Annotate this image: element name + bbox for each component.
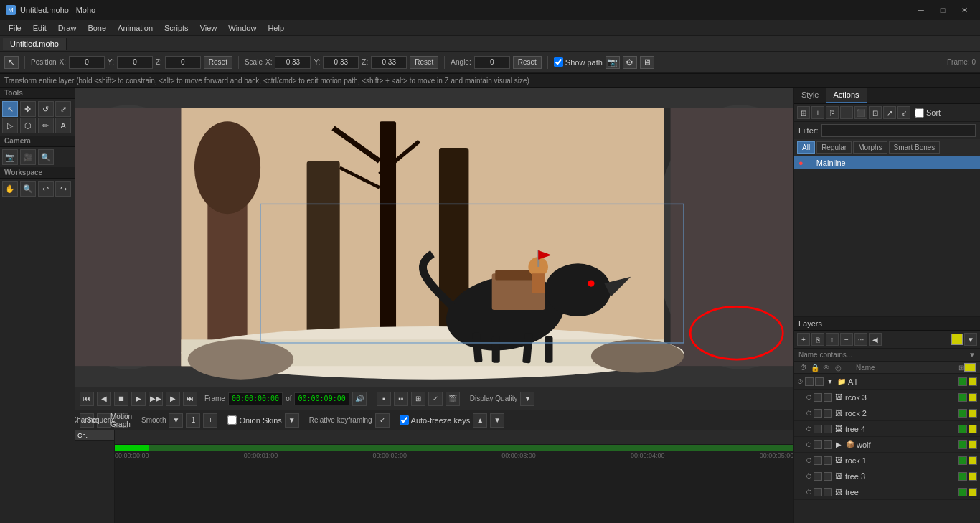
layer-row-rock1[interactable]: ⏱ 🖼 rock 1 [794,453,980,468]
tab-actions[interactable]: Actions [826,88,866,103]
tab-style[interactable]: Style [794,88,826,103]
onion-skin-checkbox[interactable]: Onion Skins [227,415,281,425]
redo-btn[interactable]: ↪ [55,181,71,197]
reset2-button[interactable]: Reset [410,56,438,69]
bone-tab-smart[interactable]: Smart Bones [889,141,941,154]
layer-expand-0[interactable]: ▼ [825,377,835,387]
angle-input[interactable] [474,56,510,69]
stop-button[interactable]: ⏹ [114,392,128,406]
layer-color-indicator[interactable] [951,334,963,345]
action-btn1[interactable]: ⊞ [797,106,810,119]
show-path-checkbox[interactable]: Show path [554,57,603,67]
view-btn3[interactable]: ⊞ [411,392,425,406]
autofreeze-checkbox[interactable]: Auto-freeze keys [400,415,471,425]
settings-icon-btn[interactable]: ⚙ [623,56,637,69]
smooth-num[interactable]: 1 [186,413,200,428]
play-tool[interactable]: ▷ [2,118,18,133]
smooth-add[interactable]: + [203,413,217,428]
sort-icon[interactable]: ▼ [969,351,976,359]
hand-tool[interactable]: ✋ [2,181,18,197]
layer-row-tree4[interactable]: ⏱ 🖼 tree 4 [794,421,980,437]
reset3-button[interactable]: Reset [513,56,542,69]
layer-row-tree3[interactable]: ⏱ 🖼 tree 3 [794,468,980,484]
timeline-ruler[interactable]: 0 6 12 18 24 30 36 42 48 54 60 66 [115,430,793,523]
timeline-tab-channels[interactable]: Ch. [75,430,114,441]
menu-bone[interactable]: Bone [82,22,112,34]
z-input[interactable] [165,56,201,69]
menu-draw[interactable]: Draw [52,22,83,34]
play-fast-button[interactable]: ▶▶ [149,392,163,406]
bone-tab-morphs[interactable]: Morphs [853,141,887,154]
tool-icon-btn[interactable]: ↖ [4,56,19,69]
layer-copy-btn[interactable]: ⎘ [811,333,824,346]
goto-end-button[interactable]: ⏭ [183,392,197,406]
sx-input[interactable] [275,56,311,69]
maximize-button[interactable]: □ [933,4,953,17]
bone-tab-all[interactable]: All [797,141,815,154]
sz-input[interactable] [371,56,407,69]
reset1-button[interactable]: Reset [204,56,232,69]
view-btn5[interactable]: 🎬 [446,392,460,406]
sy-input[interactable] [323,56,359,69]
menu-view[interactable]: View [194,22,223,34]
layer-expand-4[interactable]: ▶ [834,440,844,450]
move-tool[interactable]: ✥ [20,101,36,117]
action-btn8[interactable]: ↙ [897,106,910,119]
sort-checkbox[interactable] [915,108,924,118]
menu-window[interactable]: Window [222,22,262,34]
next-frame-button[interactable]: ▶ [166,392,180,406]
smooth-dropdown[interactable]: ▼ [169,413,183,428]
zoom-tool[interactable]: 🔍 [20,181,36,197]
layer-add-btn[interactable]: + [797,333,810,346]
action-btn6[interactable]: ⊡ [869,106,882,119]
undo-btn[interactable]: ↩ [38,181,54,197]
layer-row-rock2[interactable]: ⏱ 🖼 rock 2 [794,405,980,421]
layer-row-rcok3[interactable]: ⏱ 🖼 rcok 3 [794,390,980,405]
x-input[interactable] [69,56,105,69]
layer-delete-btn[interactable]: − [840,333,853,346]
rotate-tool[interactable]: ↺ [38,101,54,117]
scale-tool[interactable]: ⤢ [55,101,71,117]
menu-edit[interactable]: Edit [27,22,52,34]
layer-color-dropdown[interactable]: ▼ [964,333,977,346]
camera-icon-btn[interactable]: 📷 [606,56,620,69]
menu-animation[interactable]: Animation [112,22,159,34]
menu-scripts[interactable]: Scripts [159,22,194,34]
play-button[interactable]: ▶ [131,392,146,406]
mainline-row[interactable]: ● --- Mainline --- [794,156,980,169]
camera-btn3[interactable]: 🔍 [38,149,54,165]
action-btn3[interactable]: ⎘ [826,106,839,119]
relative-checkbox[interactable]: ✓ [375,413,390,428]
filter-input[interactable] [821,124,976,137]
timeline-btn-up[interactable]: ▲ [473,413,487,428]
sound-button[interactable]: 🔊 [352,392,367,406]
close-button[interactable]: ✕ [954,4,974,17]
action-btn4[interactable]: − [840,106,853,119]
shape-tool[interactable]: ⬡ [20,118,36,133]
layer-row-tree[interactable]: ⏱ 🖼 tree [794,484,980,500]
menu-help[interactable]: Help [262,22,290,34]
layer-more-btn[interactable]: ··· [854,333,867,346]
y-input[interactable] [117,56,153,69]
sequencer-btn[interactable]: Sequencer [97,413,111,428]
canvas-area[interactable] [75,88,793,387]
goto-start-button[interactable]: ⏮ [80,392,94,406]
view-btn4[interactable]: ✓ [428,392,443,406]
onion-dropdown[interactable]: ▼ [285,413,299,428]
action-btn7[interactable]: ↗ [883,106,896,119]
action-btn5[interactable]: ⬛ [854,106,867,119]
layer-row-wolf[interactable]: ⏱ ▶ 📦 wolf [794,437,980,453]
document-tab[interactable]: Untitled.moho [3,38,67,50]
camera-btn2[interactable]: 🎥 [20,149,36,165]
layer-move-up-btn[interactable]: ↑ [826,333,839,346]
view-btn2[interactable]: ▪▪ [394,392,408,406]
layer-collapse-btn[interactable]: ◀ [869,333,882,346]
action-btn2[interactable]: + [811,106,824,119]
display-quality-dropdown[interactable]: ▼ [520,392,534,406]
timeline-btn-down[interactable]: ▼ [490,413,504,428]
menu-file[interactable]: File [3,22,27,34]
layer-row-all[interactable]: ⏱ ▼ 📁 All [794,374,980,390]
text-tool[interactable]: A [55,118,71,133]
view-icon-btn[interactable]: 🖥 [640,56,654,69]
view-btn1[interactable]: ▪ [377,392,391,406]
